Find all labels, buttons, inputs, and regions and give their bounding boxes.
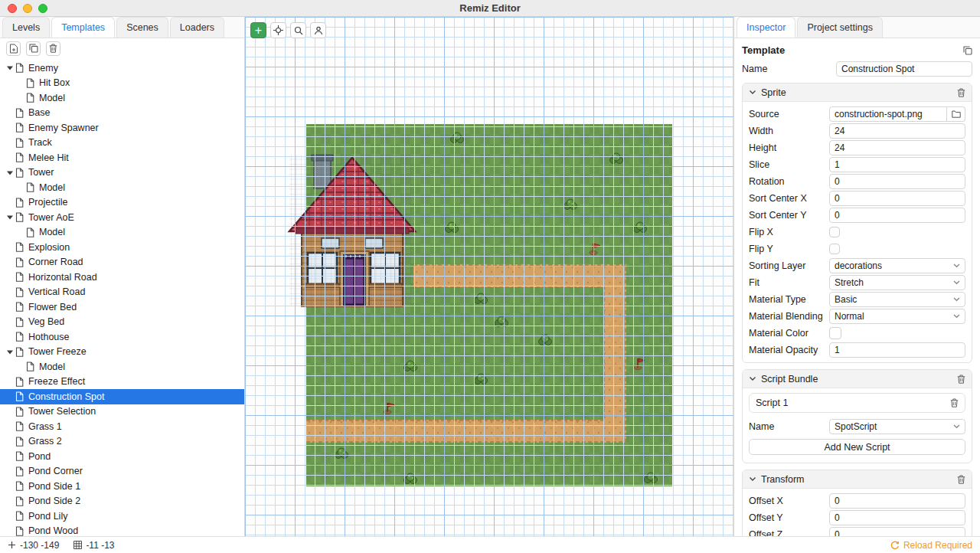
- tree-item-construction-spot[interactable]: Construction Spot: [0, 389, 244, 404]
- tree-item-pond-side-1[interactable]: Pond Side 1: [0, 479, 244, 494]
- tree-item-projectile[interactable]: Projectile: [0, 195, 244, 211]
- template-doc-icon: [15, 526, 26, 536]
- tree-item-corner-road[interactable]: Corner Road: [0, 255, 244, 270]
- sprite-section-header[interactable]: Sprite: [743, 83, 972, 102]
- tree-item-pond-corner[interactable]: Pond Corner: [0, 464, 244, 479]
- tree-item-model[interactable]: Model: [0, 359, 244, 375]
- tree-item-horizontal-road[interactable]: Horizontal Road: [0, 270, 244, 285]
- scene-map[interactable]: [291, 124, 672, 486]
- sprite-section: Sprite SourceWidthHeightSliceRotationSor…: [742, 83, 972, 363]
- duplicate-inspector-template-button[interactable]: [963, 46, 972, 55]
- tab-levels[interactable]: Levels: [2, 17, 50, 38]
- flip-x-label: Flip X: [749, 227, 829, 237]
- tree-item-grass-2[interactable]: Grass 2: [0, 434, 244, 450]
- tab-loaders[interactable]: Loaders: [170, 17, 224, 38]
- templates-toolbar: [0, 38, 244, 58]
- sorting-layer-select[interactable]: decorations: [829, 258, 965, 273]
- search-button[interactable]: [290, 22, 306, 38]
- sort-center-y-input[interactable]: [829, 208, 965, 223]
- caret-down-icon[interactable]: [4, 349, 15, 355]
- source-input[interactable]: [829, 106, 947, 122]
- tree-item-hothouse[interactable]: Hothouse: [0, 329, 244, 345]
- offset-y-input[interactable]: [829, 510, 965, 525]
- template-doc-icon: [15, 347, 26, 357]
- fit-select[interactable]: Stretch: [829, 275, 965, 290]
- template-doc-icon: [26, 227, 37, 237]
- tree-item-tower[interactable]: Tower: [0, 165, 244, 181]
- material-type-select[interactable]: Basic: [829, 292, 965, 307]
- offset-x-input[interactable]: [829, 493, 965, 509]
- tree-item-flower-bed[interactable]: Flower Bed: [0, 299, 244, 315]
- delete-script-bundle-button[interactable]: [957, 375, 965, 384]
- tree-item-model[interactable]: Model: [0, 225, 244, 241]
- delete-template-button[interactable]: [46, 41, 60, 56]
- slice-row: Slice: [749, 157, 965, 172]
- delete-sprite-button[interactable]: [957, 88, 965, 97]
- width-input[interactable]: [829, 123, 965, 139]
- tree-item-grass-1[interactable]: Grass 1: [0, 419, 244, 434]
- tree-item-tower-aoe[interactable]: Tower AoE: [0, 210, 244, 225]
- tab-inspector[interactable]: Inspector: [737, 17, 795, 38]
- delete-script-button[interactable]: [950, 398, 959, 407]
- add-entity-button[interactable]: +: [250, 22, 266, 38]
- caret-down-icon[interactable]: [4, 65, 15, 70]
- tree-item-veg-bed[interactable]: Veg Bed: [0, 315, 244, 330]
- tree-item-model[interactable]: Model: [0, 90, 244, 106]
- tree-item-track[interactable]: Track: [0, 136, 244, 151]
- tree-item-enemy[interactable]: Enemy: [0, 61, 244, 76]
- caret-down-icon[interactable]: [4, 170, 15, 175]
- template-name-input[interactable]: [836, 61, 972, 77]
- offset-z-input[interactable]: [829, 527, 965, 536]
- material-blending-select[interactable]: Normal: [829, 309, 965, 324]
- height-input[interactable]: [829, 140, 965, 155]
- tree-item-pond-side-2[interactable]: Pond Side 2: [0, 494, 244, 509]
- tree-item-explosion[interactable]: Explosion: [0, 240, 244, 255]
- tree-item-melee-hit[interactable]: Melee Hit: [0, 150, 244, 165]
- duplicate-template-button[interactable]: [26, 41, 41, 56]
- tree-item-hit-box[interactable]: Hit Box: [0, 76, 244, 91]
- caret-down-icon[interactable]: [4, 214, 15, 220]
- script-name-select[interactable]: SpotScript: [829, 419, 965, 434]
- tree-item-base[interactable]: Base: [0, 106, 244, 121]
- rotation-label: Rotation: [749, 176, 829, 187]
- status-bar: -130 -149 -11 -13 Reload Required: [0, 536, 980, 553]
- tree-item-model[interactable]: Model: [0, 180, 244, 195]
- tree-item-enemy-spawner[interactable]: Enemy Spawner: [0, 120, 244, 136]
- tree-item-pond[interactable]: Pond: [0, 449, 244, 464]
- add-template-button[interactable]: [6, 41, 21, 56]
- reload-required-button[interactable]: Reload Required: [890, 540, 972, 551]
- delete-transform-button[interactable]: [957, 475, 965, 484]
- rotation-input[interactable]: [829, 174, 965, 189]
- flip-x-checkbox[interactable]: [829, 227, 840, 237]
- house[interactable]: [289, 155, 415, 306]
- tree-item-label: Projectile: [28, 197, 67, 208]
- template-doc-icon: [15, 287, 26, 297]
- template-doc-icon: [15, 257, 26, 267]
- add-new-script-button[interactable]: Add New Script: [749, 439, 965, 455]
- flip-y-checkbox[interactable]: [829, 244, 840, 254]
- tab-project-settings[interactable]: Project settings: [797, 17, 882, 38]
- tab-scenes[interactable]: Scenes: [116, 17, 168, 38]
- tab-templates[interactable]: Templates: [51, 17, 115, 38]
- tree-item-label: Enemy: [28, 63, 58, 74]
- scene-canvas[interactable]: +: [245, 17, 733, 536]
- sort-center-x-input[interactable]: [829, 191, 965, 206]
- transform-section-header[interactable]: Transform: [743, 470, 972, 489]
- tree-item-label: Tower Freeze: [28, 346, 87, 357]
- script-bundle-section-header[interactable]: Script Bundle: [743, 370, 972, 388]
- focus-entity-button[interactable]: [270, 22, 286, 38]
- flip-y-label: Flip Y: [749, 244, 829, 254]
- tree-item-pond-lily[interactable]: Pond Lily: [0, 509, 244, 524]
- material-color-swatch[interactable]: [829, 327, 841, 339]
- tree-item-pond-wood[interactable]: Pond Wood: [0, 524, 244, 537]
- tree-item-vertical-road[interactable]: Vertical Road: [0, 285, 244, 300]
- tree-item-tower-selection[interactable]: Tower Selection: [0, 404, 244, 420]
- browse-file-button[interactable]: [947, 106, 965, 122]
- material-opacity-input[interactable]: [829, 342, 965, 358]
- template-doc-icon: [15, 496, 26, 506]
- slice-input[interactable]: [829, 157, 965, 172]
- user-button[interactable]: [310, 22, 326, 38]
- chevron-down-icon: [953, 280, 960, 285]
- tree-item-tower-freeze[interactable]: Tower Freeze: [0, 345, 244, 360]
- tree-item-freeze-effect[interactable]: Freeze Effect: [0, 375, 244, 390]
